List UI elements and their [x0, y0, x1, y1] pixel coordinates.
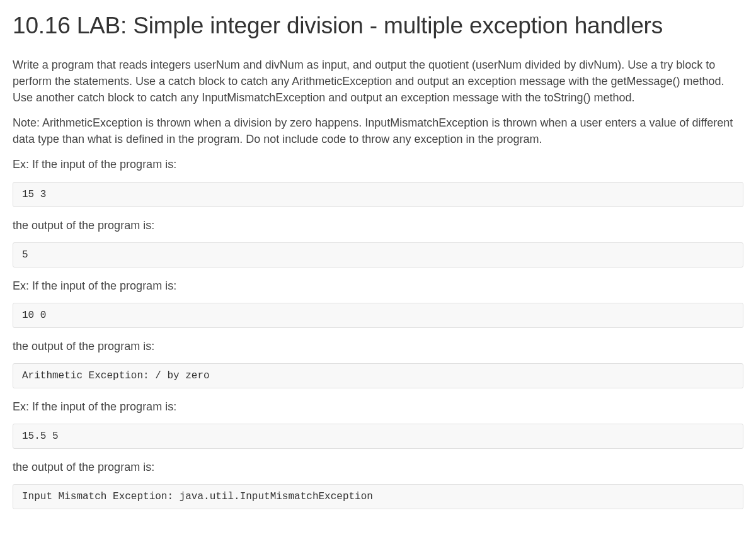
example-3-output-label: the output of the program is:: [13, 459, 743, 475]
lab-instructions: 10.16 LAB: Simple integer division - mul…: [0, 0, 756, 517]
example-2-input: 10 0: [13, 303, 743, 328]
example-2-output: Arithmetic Exception: / by zero: [13, 363, 743, 388]
example-3-input: 15.5 5: [13, 424, 743, 449]
note-paragraph: Note: ArithmeticException is thrown when…: [13, 115, 743, 147]
example-3-input-label: Ex: If the input of the program is:: [13, 398, 743, 415]
example-3-output: Input Mismatch Exception: java.util.Inpu…: [13, 484, 743, 509]
lab-title: 10.16 LAB: Simple integer division - mul…: [13, 13, 743, 39]
example-1-input: 15 3: [13, 182, 743, 207]
intro-paragraph: Write a program that reads integers user…: [13, 57, 743, 106]
example-1-output-label: the output of the program is:: [13, 217, 743, 234]
example-1-input-label: Ex: If the input of the program is:: [13, 156, 743, 172]
example-2-input-label: Ex: If the input of the program is:: [13, 278, 743, 294]
example-2-output-label: the output of the program is:: [13, 338, 743, 354]
example-1-output: 5: [13, 242, 743, 268]
